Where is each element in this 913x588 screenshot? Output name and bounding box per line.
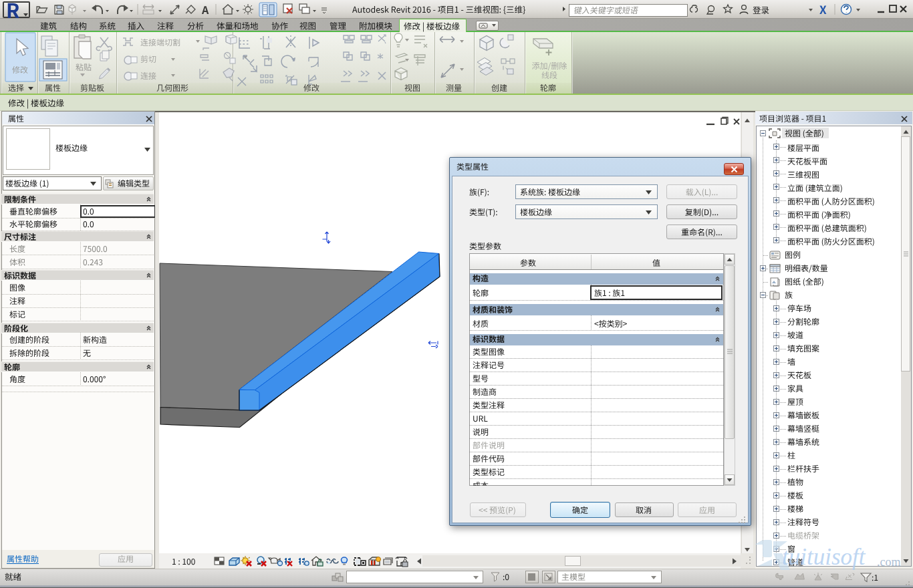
svg-text:tuituisoft: tuituisoft xyxy=(782,544,866,570)
svg-text:.com: .com xyxy=(877,555,901,569)
